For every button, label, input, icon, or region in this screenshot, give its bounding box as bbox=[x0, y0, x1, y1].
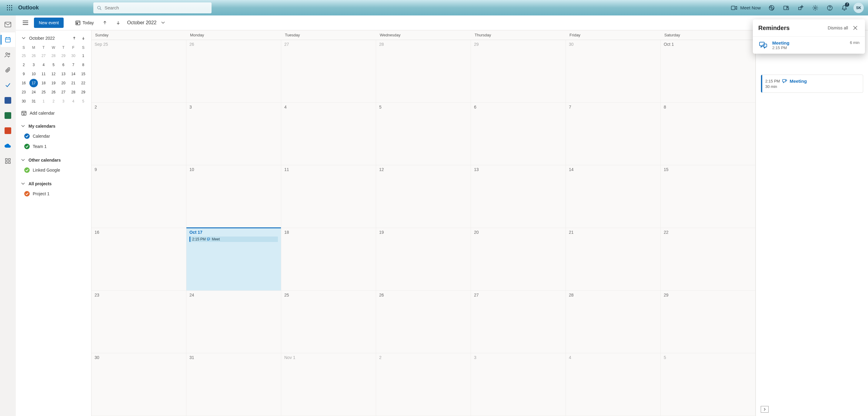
mini-cal-day[interactable]: 12 bbox=[49, 70, 59, 78]
calendar-cell[interactable]: 7 bbox=[566, 103, 661, 166]
calendar-cell[interactable]: Sep 25 bbox=[92, 40, 186, 103]
event-chip[interactable]: 2:15 PMMeet bbox=[189, 237, 278, 242]
mini-cal-day[interactable]: 17 bbox=[29, 79, 38, 87]
mini-cal-day[interactable]: 14 bbox=[68, 70, 79, 78]
calendar-item[interactable]: Linked Google bbox=[16, 165, 91, 175]
calendar-cell[interactable]: Oct 172:15 PMMeet bbox=[186, 228, 281, 291]
mini-cal-day[interactable]: 15 bbox=[78, 70, 88, 78]
mini-cal-day[interactable]: 6 bbox=[59, 61, 68, 69]
mini-cal-day[interactable]: 13 bbox=[59, 70, 68, 78]
calendar-cell[interactable]: 29 bbox=[661, 291, 755, 354]
onedrive-app[interactable] bbox=[1, 139, 15, 153]
mini-cal-day[interactable]: 26 bbox=[49, 88, 59, 96]
calendar-cell[interactable]: 10 bbox=[186, 165, 281, 228]
calendar-cell[interactable]: 19 bbox=[376, 228, 471, 291]
mini-cal-day[interactable]: 29 bbox=[78, 88, 88, 96]
account-avatar[interactable]: SK bbox=[854, 3, 864, 13]
calendar-cell[interactable]: 4 bbox=[566, 353, 661, 416]
calendar-cell[interactable]: 5 bbox=[376, 103, 471, 166]
mini-cal-day[interactable]: 3 bbox=[59, 97, 68, 106]
mini-cal-day[interactable]: 9 bbox=[19, 70, 29, 78]
mini-cal-day[interactable]: 5 bbox=[49, 61, 59, 69]
reminder-item[interactable]: Meeting 2:15 PM 6 min bbox=[753, 36, 865, 54]
mini-cal-day[interactable]: 8 bbox=[78, 61, 88, 69]
calendar-cell[interactable]: 16 bbox=[92, 228, 186, 291]
help-button[interactable] bbox=[823, 1, 837, 15]
mini-cal-next[interactable] bbox=[80, 35, 87, 42]
mini-cal-day[interactable]: 3 bbox=[29, 61, 39, 69]
mini-cal-day[interactable]: 2 bbox=[19, 61, 29, 69]
calendar-cell[interactable]: 26 bbox=[376, 291, 471, 354]
mini-cal-day[interactable]: 29 bbox=[59, 52, 68, 60]
mini-cal-day[interactable]: 28 bbox=[49, 52, 59, 60]
nav-toggle[interactable] bbox=[20, 17, 32, 29]
mini-cal-day[interactable]: 28 bbox=[68, 88, 79, 96]
calendar-cell[interactable]: 22 bbox=[661, 228, 755, 291]
calendar-cell[interactable]: 27 bbox=[281, 40, 376, 103]
app-launcher[interactable] bbox=[2, 1, 17, 15]
calendar-cell[interactable]: 3 bbox=[186, 103, 281, 166]
next-period[interactable] bbox=[113, 17, 124, 28]
settings-button[interactable] bbox=[808, 1, 823, 15]
meet-now-button[interactable]: Meet Now bbox=[727, 5, 764, 10]
calendar-cell[interactable]: 30 bbox=[566, 40, 661, 103]
people-app[interactable] bbox=[1, 48, 15, 62]
mini-cal-day[interactable]: 23 bbox=[19, 88, 29, 96]
calendar-cell[interactable]: 23 bbox=[92, 291, 186, 354]
calendar-item[interactable]: Project 1 bbox=[16, 188, 91, 199]
search-input[interactable] bbox=[104, 5, 208, 10]
mini-cal-day[interactable]: 24 bbox=[29, 88, 39, 96]
calendar-group-header[interactable]: Other calendars bbox=[16, 155, 91, 165]
mini-cal-day[interactable]: 4 bbox=[38, 61, 49, 69]
calendar-cell[interactable]: 3 bbox=[471, 353, 566, 416]
mail-app[interactable] bbox=[1, 17, 15, 32]
calendar-cell[interactable]: 26 bbox=[186, 40, 281, 103]
calendar-group-header[interactable]: All projects bbox=[16, 179, 91, 188]
mini-cal-day[interactable]: 10 bbox=[29, 70, 39, 78]
calendar-cell[interactable]: 8 bbox=[661, 103, 755, 166]
powerpoint-app[interactable] bbox=[1, 123, 15, 138]
word-app[interactable] bbox=[1, 93, 15, 108]
calendar-cell[interactable]: 18 bbox=[281, 228, 376, 291]
search-box[interactable] bbox=[93, 2, 212, 13]
close-reminders[interactable] bbox=[851, 24, 860, 32]
dismiss-all-button[interactable]: Dismiss all bbox=[828, 26, 848, 30]
todo-app[interactable] bbox=[1, 78, 15, 92]
mini-cal-day[interactable]: 1 bbox=[38, 97, 49, 106]
calendar-cell[interactable]: 24 bbox=[186, 291, 281, 354]
mini-cal-day[interactable]: 25 bbox=[38, 88, 49, 96]
mini-cal-day[interactable]: 5 bbox=[78, 97, 88, 106]
skype-button[interactable] bbox=[764, 1, 779, 15]
mini-cal-day[interactable]: 25 bbox=[19, 52, 29, 60]
mini-cal-day[interactable]: 27 bbox=[38, 52, 49, 60]
teams-button[interactable] bbox=[779, 1, 794, 15]
calendar-item[interactable]: Team 1 bbox=[16, 141, 91, 152]
calendar-cell[interactable]: 28 bbox=[376, 40, 471, 103]
mini-cal-day[interactable]: 19 bbox=[49, 79, 59, 87]
mini-cal-day[interactable]: 18 bbox=[38, 79, 49, 87]
calendar-cell[interactable]: 20 bbox=[471, 228, 566, 291]
calendar-cell[interactable]: 29 bbox=[471, 40, 566, 103]
mini-cal-toggle[interactable] bbox=[20, 35, 27, 42]
calendar-cell[interactable]: 27 bbox=[471, 291, 566, 354]
calendar-cell[interactable]: 12 bbox=[376, 165, 471, 228]
calendar-cell[interactable]: 6 bbox=[471, 103, 566, 166]
mini-cal-day[interactable]: 11 bbox=[38, 70, 49, 78]
calendar-cell[interactable]: 21 bbox=[566, 228, 661, 291]
notifications-button[interactable]: 7 bbox=[837, 1, 851, 15]
calendar-cell[interactable]: 28 bbox=[566, 291, 661, 354]
agenda-event[interactable]: 2:15 PM Meeting 30 min bbox=[761, 75, 863, 93]
mini-cal-day[interactable]: 1 bbox=[78, 52, 88, 60]
calendar-cell[interactable]: 2 bbox=[92, 103, 186, 166]
month-picker[interactable] bbox=[159, 19, 167, 27]
more-apps[interactable] bbox=[1, 154, 15, 168]
tips-button[interactable] bbox=[794, 1, 808, 15]
calendar-cell[interactable]: 4 bbox=[281, 103, 376, 166]
calendar-cell[interactable]: Nov 1 bbox=[281, 353, 376, 416]
calendar-cell[interactable]: 11 bbox=[281, 165, 376, 228]
calendar-cell[interactable]: 5 bbox=[661, 353, 755, 416]
mini-cal-day[interactable]: 21 bbox=[68, 79, 79, 87]
mini-cal-prev[interactable] bbox=[71, 35, 78, 42]
mini-cal-day[interactable]: 31 bbox=[29, 97, 39, 106]
calendar-cell[interactable]: 25 bbox=[281, 291, 376, 354]
